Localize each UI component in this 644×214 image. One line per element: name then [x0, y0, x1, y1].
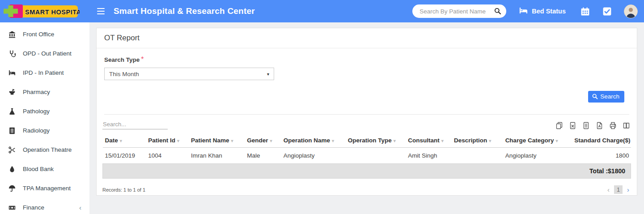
bed-status-button[interactable]: Bed Status: [519, 7, 566, 15]
sort-icon: ▾: [441, 138, 444, 143]
col-header-consultant[interactable]: Consultant▾: [406, 133, 452, 148]
top-header: SMART HOSPITAL Smart Hospital & Research…: [0, 0, 644, 22]
cell-standard-charge: 1800: [572, 148, 631, 164]
cell-operation-type: [346, 148, 406, 164]
table-row[interactable]: 15/01/2019 1004 Imran Khan Male Angiopla…: [103, 148, 631, 164]
col-header-patient-id[interactable]: Patient Id▾: [146, 133, 189, 148]
sidebar-item-ipd[interactable]: IPD - In Patient: [0, 63, 89, 82]
col-header-operation-type[interactable]: Operation Type▾: [346, 133, 406, 148]
cell-date: 15/01/2019: [103, 148, 146, 164]
csv-icon[interactable]: [582, 122, 590, 129]
table-header-row: Date▾ Patient Id▾ Patient Name▾ Gender▾ …: [103, 133, 631, 148]
sort-icon: ▾: [555, 138, 558, 143]
cell-patient-name: Imran Khan: [189, 148, 245, 164]
sidebar-item-radiology[interactable]: Radiology: [0, 121, 89, 140]
search-type-select[interactable]: This Month ▾: [104, 68, 274, 80]
search-icon[interactable]: [494, 8, 501, 17]
hamburger-icon[interactable]: [95, 6, 106, 17]
search-type-label: Search Type: [104, 56, 140, 63]
sidebar-item-label: TPA Management: [23, 185, 71, 192]
table-filter-input[interactable]: [102, 120, 168, 129]
patient-search: [412, 4, 506, 18]
col-header-charge-category[interactable]: Charge Category▾: [503, 133, 572, 148]
cell-consultant: Amit Singh: [406, 148, 452, 164]
cell-gender: Male: [245, 148, 281, 164]
cell-charge-category: Angioplasty: [503, 148, 572, 164]
required-marker: *: [141, 56, 144, 63]
sort-icon: ▾: [332, 138, 334, 143]
bed-icon: [519, 7, 528, 15]
sort-icon: ▾: [489, 138, 491, 143]
smart-hospital-logo-icon: SMART HOSPITAL: [3, 3, 80, 19]
calendar-icon[interactable]: [581, 7, 589, 16]
copy-icon[interactable]: [555, 122, 563, 129]
sidebar-item-finance[interactable]: Finance ‹: [0, 198, 89, 214]
sidebar-item-label: Finance: [23, 204, 44, 211]
search-form: Search Type* This Month ▾ Search: [97, 48, 637, 115]
excel-icon[interactable]: [569, 122, 576, 129]
chevron-down-icon: ▾: [267, 72, 269, 77]
search-button[interactable]: Search: [588, 91, 624, 103]
cell-description: [452, 148, 503, 164]
columns-icon[interactable]: [623, 122, 630, 129]
sidebar-item-label: Operation Theatre: [23, 146, 72, 153]
sort-icon: ▾: [231, 138, 233, 143]
sidebar: Front Office OPD - Out Patient IPD: [0, 22, 89, 214]
export-toolbar: [555, 122, 631, 129]
sidebar-item-label: Pharmacy: [23, 89, 50, 95]
sidebar-item-front-office[interactable]: Front Office: [0, 25, 89, 44]
col-header-operation-name[interactable]: Operation Name▾: [281, 133, 346, 148]
patient-search-input[interactable]: [412, 4, 506, 18]
col-header-description[interactable]: Description▾: [452, 133, 503, 148]
app-logo[interactable]: SMART HOSPITAL: [0, 3, 89, 19]
page-title-header: Smart Hospital & Research Center: [114, 6, 255, 16]
sidebar-item-opd[interactable]: OPD - Out Patient: [0, 44, 89, 63]
sort-icon: ▾: [177, 138, 179, 143]
sidebar-item-label: IPD - In Patient: [23, 69, 64, 76]
sidebar-item-pathology[interactable]: Pathology: [0, 102, 89, 121]
sidebar-item-label: Radiology: [23, 127, 50, 134]
print-icon[interactable]: [609, 122, 617, 129]
mortar-icon: [8, 89, 16, 96]
pdf-icon[interactable]: [596, 122, 603, 129]
sidebar-item-blood-bank[interactable]: Blood Bank: [0, 159, 89, 179]
sidebar-item-label: Blood Bank: [23, 166, 54, 172]
col-header-standard-charge[interactable]: Standard Charge($): [572, 133, 631, 148]
check-square-icon[interactable]: [603, 7, 611, 16]
ot-report-table: Date▾ Patient Id▾ Patient Name▾ Gender▾ …: [102, 133, 631, 179]
sidebar-item-label: Pathology: [23, 108, 50, 115]
page-number[interactable]: 1: [614, 185, 623, 194]
user-avatar[interactable]: [624, 4, 638, 18]
umbrella-icon: [8, 185, 16, 192]
logo-text: SMART HOSPITAL: [25, 9, 80, 16]
xray-icon: [8, 127, 16, 134]
total-value: Total :$1800: [103, 164, 631, 179]
stethoscope-icon: [8, 50, 16, 57]
sidebar-item-label: OPD - Out Patient: [23, 50, 72, 57]
ot-report-card: OT Report Search Type* This Month ▾: [96, 28, 637, 196]
patient-bed-icon: [8, 69, 16, 77]
sidebar-item-tpa[interactable]: TPA Management: [0, 179, 89, 198]
app-root: SMART HOSPITAL Smart Hospital & Research…: [0, 0, 644, 214]
next-page-icon[interactable]: ›: [627, 186, 629, 193]
main-content: OT Report Search Type* This Month ▾: [89, 22, 644, 214]
cell-patient-id: 1004: [146, 148, 189, 164]
col-header-patient-name[interactable]: Patient Name▾: [189, 133, 245, 148]
sidebar-item-label: Front Office: [23, 31, 54, 38]
flask-icon: [8, 108, 16, 115]
report-table-section: Date▾ Patient Id▾ Patient Name▾ Gender▾ …: [97, 115, 637, 194]
pagination: ‹ 1 ›: [607, 185, 631, 194]
scissors-icon: [8, 146, 16, 154]
cell-operation-name: Angioplasty: [281, 148, 346, 164]
col-header-date[interactable]: Date▾: [103, 133, 146, 148]
col-header-gender[interactable]: Gender▾: [245, 133, 281, 148]
page-title: OT Report: [97, 28, 637, 48]
search-type-value: This Month: [109, 71, 139, 77]
sort-icon: ▾: [394, 138, 396, 143]
chevron-left-icon: ‹: [79, 204, 81, 211]
sidebar-item-operation-theatre[interactable]: Operation Theatre: [0, 140, 89, 159]
money-icon: [8, 204, 16, 211]
total-row: Total :$1800: [103, 164, 631, 179]
prev-page-icon[interactable]: ‹: [607, 186, 610, 193]
sidebar-item-pharmacy[interactable]: Pharmacy: [0, 82, 89, 102]
